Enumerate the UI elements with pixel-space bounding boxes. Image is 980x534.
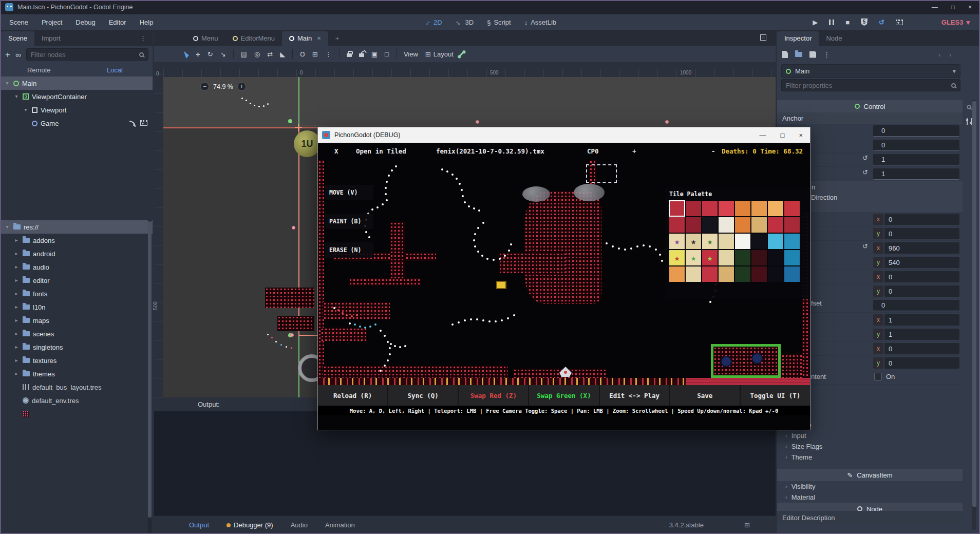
property-value[interactable]: 0 xyxy=(884,357,959,369)
bottom-tab-audio[interactable]: Audio xyxy=(291,521,308,529)
selection-handle[interactable] xyxy=(290,333,294,337)
movie-icon[interactable] xyxy=(896,20,903,25)
list-select-icon[interactable] xyxy=(241,51,247,58)
tile-palette-cell[interactable] xyxy=(669,250,685,265)
tile-palette-cell[interactable] xyxy=(702,266,718,282)
pause-icon[interactable] xyxy=(829,20,834,25)
filesystem-scrollbar[interactable] xyxy=(148,220,152,533)
tile-palette-cell[interactable] xyxy=(784,201,800,216)
close-icon[interactable] xyxy=(968,4,972,10)
object-docs-icon[interactable] xyxy=(967,104,971,110)
filter-nodes-field[interactable] xyxy=(26,48,148,61)
layout-menu-button[interactable]: Layout xyxy=(425,50,454,58)
fs-folder-row[interactable]: addons xyxy=(1,234,153,247)
signal-icon[interactable] xyxy=(129,120,135,126)
fs-folder-row[interactable]: audio xyxy=(1,260,153,274)
maximize-icon[interactable] xyxy=(781,132,785,139)
tile-palette-cell[interactable] xyxy=(768,250,783,265)
tile-palette-cell[interactable] xyxy=(735,234,750,249)
fs-file-row[interactable]: default_bus_layout.tres xyxy=(1,380,153,394)
play-icon[interactable] xyxy=(813,19,818,26)
menu-item[interactable]: Project xyxy=(42,18,62,26)
chevron-down-icon[interactable] xyxy=(23,107,29,112)
workspace-script[interactable]: Script xyxy=(487,18,511,26)
fs-file-row[interactable]: default_env.tres xyxy=(1,394,153,407)
fs-folder-row[interactable]: scenes xyxy=(1,327,153,340)
tile-palette-cell[interactable] xyxy=(669,234,685,249)
property-value[interactable]: 0 xyxy=(873,300,959,311)
pivot-tool-icon[interactable] xyxy=(254,51,260,58)
maximize-icon[interactable] xyxy=(951,4,955,10)
fs-folder-row[interactable]: singletons xyxy=(1,340,153,354)
zoom-in-icon[interactable]: + xyxy=(237,82,246,91)
chevron-right-icon[interactable] xyxy=(13,251,20,256)
debug-game-window[interactable]: PichonGodot (DEBUG) xyxy=(317,127,811,430)
html5-export-icon[interactable]: 5 xyxy=(861,18,868,26)
fs-root-row[interactable]: res:// xyxy=(1,220,153,234)
game-button[interactable]: Reload (R) xyxy=(318,385,387,406)
bottom-tab-debugger[interactable]: Debugger (9) xyxy=(227,521,273,529)
fs-folder-row[interactable]: editor xyxy=(1,274,153,287)
tile-palette-cell[interactable] xyxy=(784,234,800,249)
workspace-assetlib[interactable]: AssetLib xyxy=(524,18,556,26)
selection-handle[interactable] xyxy=(665,120,669,124)
chevron-right-icon[interactable] xyxy=(13,304,20,310)
selection-handle[interactable] xyxy=(292,226,295,230)
scale-tool-icon[interactable] xyxy=(220,51,226,58)
tile-palette-cell[interactable] xyxy=(751,250,767,265)
tile-palette-cell[interactable] xyxy=(784,217,800,233)
tile-palette-cell[interactable] xyxy=(751,217,767,233)
property-value[interactable]: 1 xyxy=(884,314,959,326)
hud-close-button[interactable]: X xyxy=(334,147,338,155)
section-canvasitem[interactable]: CanvasItem xyxy=(777,469,963,481)
chevron-down-icon[interactable] xyxy=(4,81,10,86)
renderer-dropdown[interactable]: GLES3 xyxy=(941,18,970,26)
game-tool-item[interactable]: PAINT (B) xyxy=(325,214,373,229)
minimize-icon[interactable] xyxy=(932,4,938,10)
property-value[interactable]: 0 xyxy=(884,343,959,354)
collapsed-section-row[interactable]: Input xyxy=(777,430,963,441)
chevron-down-icon[interactable] xyxy=(13,94,20,99)
chevron-right-icon[interactable] xyxy=(13,358,20,363)
new-scene-tab-button[interactable]: + xyxy=(328,31,347,46)
property-value[interactable]: 0 xyxy=(884,285,959,297)
tile-palette-cell[interactable] xyxy=(686,250,701,265)
tile-palette-cell[interactable] xyxy=(719,201,734,216)
tile-palette-cell[interactable] xyxy=(768,234,783,249)
select-tool-icon[interactable] xyxy=(184,50,190,58)
snap-options-icon[interactable] xyxy=(325,51,332,58)
tile-palette-cell[interactable] xyxy=(751,234,767,249)
tile-palette-cell[interactable] xyxy=(735,217,750,233)
chevron-right-icon[interactable] xyxy=(13,291,20,296)
tile-palette-cell[interactable] xyxy=(686,234,701,249)
instance-scene-icon[interactable] xyxy=(15,51,21,59)
local-button[interactable]: Local xyxy=(77,66,153,74)
hud-open-in-tiled-button[interactable]: Open in Tiled xyxy=(356,147,406,155)
dock-menu-icon[interactable] xyxy=(134,31,153,46)
game-button[interactable]: Swap Green (X) xyxy=(529,385,598,406)
pan-tool-icon[interactable] xyxy=(267,51,273,58)
property-value[interactable]: 1 xyxy=(884,329,959,340)
tile-palette-cell[interactable] xyxy=(686,201,701,216)
tile-palette-cell[interactable] xyxy=(686,217,701,233)
menu-item[interactable]: Debug xyxy=(76,18,95,26)
tile-palette-cell[interactable] xyxy=(702,217,718,233)
minimize-icon[interactable] xyxy=(760,132,766,139)
checkbox[interactable] xyxy=(874,373,882,380)
fs-folder-row[interactable]: android xyxy=(1,247,153,260)
close-tab-icon[interactable] xyxy=(317,35,321,42)
tree-node-game[interactable]: Game xyxy=(1,117,153,130)
workspace-2d[interactable]: 2D xyxy=(424,18,442,26)
property-value[interactable]: 0 xyxy=(884,228,959,239)
tile-palette-cell[interactable] xyxy=(768,201,783,216)
close-icon[interactable] xyxy=(799,132,803,139)
filter-properties-field[interactable] xyxy=(781,79,960,91)
view-menu-button[interactable]: View xyxy=(404,50,418,58)
grid-snap-icon[interactable] xyxy=(312,51,318,58)
chevron-down-icon[interactable] xyxy=(4,224,10,230)
add-node-icon[interactable] xyxy=(5,50,10,59)
tile-palette-cell[interactable] xyxy=(686,266,701,282)
tile-palette-cell[interactable] xyxy=(784,250,800,265)
chevron-right-icon[interactable] xyxy=(13,371,20,376)
chevron-right-icon[interactable] xyxy=(13,318,20,323)
